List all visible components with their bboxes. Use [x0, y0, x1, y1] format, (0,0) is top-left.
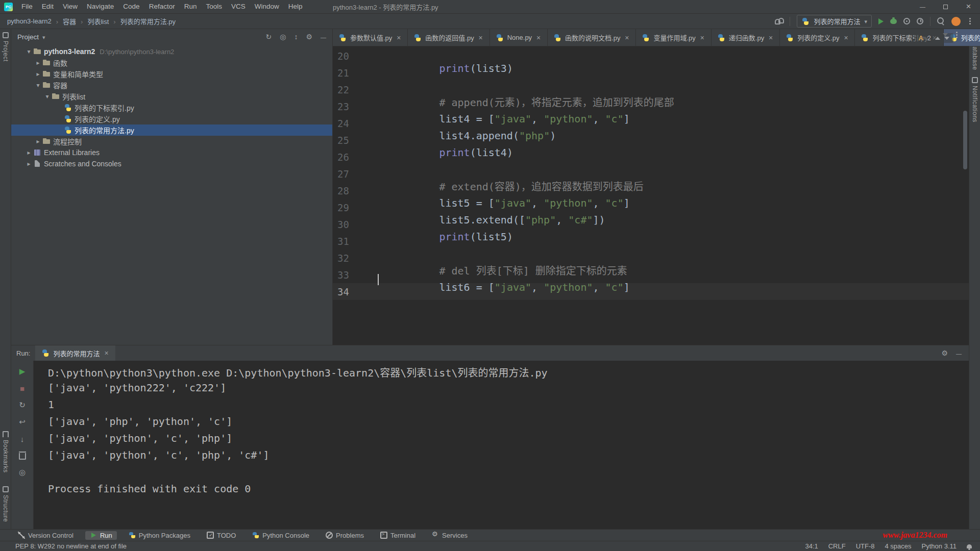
line-number[interactable]: 24	[333, 118, 378, 129]
status-message[interactable]: PEP 8: W292 no newline at end of file	[15, 542, 127, 550]
minimize-button[interactable]	[911, 0, 934, 13]
coverage-button[interactable]	[903, 18, 910, 24]
select-opened-file-icon[interactable]	[280, 33, 286, 41]
line-number[interactable]: 32	[333, 253, 378, 264]
run-config-selector[interactable]: 列表的常用方法	[797, 15, 872, 28]
tab-close-icon[interactable]	[843, 34, 849, 42]
tree-row[interactable]: 容器	[11, 80, 332, 91]
gear-icon[interactable]	[306, 33, 312, 41]
tree-row[interactable]: 列表的常用方法.py	[11, 124, 332, 136]
line-number[interactable]: 20	[333, 51, 378, 62]
gear-icon[interactable]	[941, 349, 948, 357]
structure-stripe-button[interactable]: Structure	[2, 486, 9, 522]
restore-layout-icon[interactable]	[17, 399, 28, 411]
line-number[interactable]: 29	[333, 202, 378, 213]
tree-expand-icon[interactable]	[24, 160, 33, 167]
line-number[interactable]: 30	[333, 219, 378, 230]
menu-item[interactable]: VCS	[227, 0, 250, 13]
menu-item[interactable]: Help	[284, 0, 307, 13]
tree-row[interactable]: 列表的定义.py	[11, 113, 332, 124]
line-number[interactable]: 22	[333, 84, 378, 95]
tree-expand-icon[interactable]	[24, 149, 33, 156]
tree-row[interactable]: 列表的下标索引.py	[11, 102, 332, 113]
hide-panel-icon[interactable]	[956, 349, 962, 357]
tab-close-icon[interactable]	[535, 34, 542, 42]
expand-collapse-icon[interactable]	[294, 33, 298, 41]
breadcrumb-item[interactable]: 列表list	[76, 16, 109, 26]
tree-expand-icon[interactable]	[34, 70, 42, 78]
editor-tab[interactable]: 变量作用域.py	[636, 29, 711, 46]
profiler-button[interactable]	[917, 18, 923, 24]
run-content-tab[interactable]: 列表的常用方法	[35, 345, 115, 361]
editor-more-icon[interactable]	[956, 34, 958, 36]
chevron-down-icon[interactable]	[42, 33, 45, 41]
notifications-stripe-button[interactable]: Notifications	[971, 77, 978, 122]
menu-item[interactable]: View	[58, 0, 82, 13]
tool-window-button[interactable]: Problems	[321, 531, 369, 540]
pin-icon[interactable]	[17, 467, 28, 478]
line-number[interactable]: 34	[333, 286, 378, 297]
project-stripe-button[interactable]: Project	[2, 32, 9, 62]
line-number[interactable]: 21	[333, 67, 378, 79]
menu-item[interactable]: Tools	[201, 0, 227, 13]
inspections-widget[interactable]: A 2	[914, 33, 953, 43]
code-with-me-icon[interactable]	[775, 18, 783, 24]
tree-expand-icon[interactable]	[34, 138, 42, 145]
line-number[interactable]: 27	[333, 168, 378, 180]
line-number[interactable]: 26	[333, 152, 378, 163]
status-item[interactable]: 4 spaces	[885, 542, 912, 550]
tool-window-button[interactable]: TODO	[202, 531, 240, 540]
close-button[interactable]	[957, 0, 980, 13]
tree-row[interactable]: 函数	[11, 57, 332, 68]
project-panel-title[interactable]: Project	[17, 33, 39, 41]
rerun-icon[interactable]	[17, 366, 28, 377]
tab-close-icon[interactable]	[768, 34, 774, 42]
prev-problem-icon[interactable]	[935, 37, 940, 40]
menu-item[interactable]: Run	[180, 0, 202, 13]
avatar[interactable]	[951, 17, 961, 26]
menu-item[interactable]: Navigate	[82, 0, 118, 13]
tree-row[interactable]: External Libraries	[11, 147, 332, 158]
notifications-icon[interactable]	[967, 544, 972, 548]
soft-wrap-icon[interactable]	[17, 416, 28, 428]
line-number[interactable]: 23	[333, 101, 378, 112]
scroll-from-source-icon[interactable]	[265, 33, 272, 41]
stop-icon[interactable]	[17, 383, 28, 394]
menu-item[interactable]: Code	[118, 0, 144, 13]
tool-window-button[interactable]: Python Console	[248, 531, 314, 540]
code-editor[interactable]: 20 print(list3) 21 22 # append(元素)，将指定元素…	[333, 46, 969, 345]
tool-window-button[interactable]: Services	[427, 531, 472, 540]
hide-panel-icon[interactable]	[321, 33, 326, 41]
editor-tab[interactable]: 递归函数.py	[712, 29, 780, 46]
breadcrumb-item[interactable]: 容器	[52, 16, 76, 26]
tree-row[interactable]: 变量和简单类型	[11, 68, 332, 80]
breadcrumb-item[interactable]: python3-learn2	[7, 17, 52, 25]
menu-item[interactable]: Refactor	[144, 0, 180, 13]
editor-tab[interactable]: 函数的说明文档.py	[548, 29, 636, 46]
tree-row[interactable]: Scratches and Consoles	[11, 158, 332, 169]
breadcrumb-item[interactable]: 列表的常用方法.py	[109, 16, 176, 26]
line-number[interactable]: 28	[333, 185, 378, 196]
tree-row[interactable]: python3-learn2 D:\python\python3-learn2	[11, 46, 332, 57]
tab-close-icon[interactable]	[103, 349, 109, 357]
tree-expand-icon[interactable]	[24, 48, 33, 55]
next-problem-icon[interactable]	[944, 37, 949, 40]
scroll-to-end-icon[interactable]	[17, 433, 28, 444]
tree-row[interactable]: 流程控制	[11, 136, 332, 147]
search-everywhere-icon[interactable]	[937, 17, 945, 25]
tab-close-icon[interactable]	[624, 34, 630, 42]
menu-item[interactable]: Window	[250, 0, 284, 13]
line-number[interactable]: 31	[333, 236, 378, 247]
more-options-icon[interactable]	[969, 20, 971, 22]
clear-all-icon[interactable]	[17, 450, 28, 461]
menu-item[interactable]: File	[17, 0, 37, 13]
bookmarks-stripe-button[interactable]: Bookmarks	[2, 431, 9, 473]
line-number[interactable]: 25	[333, 135, 378, 146]
tab-close-icon[interactable]	[699, 34, 705, 42]
tree-expand-icon[interactable]	[43, 93, 52, 100]
status-item[interactable]: UTF-8	[856, 542, 875, 550]
tool-window-button[interactable]: Run	[85, 531, 117, 540]
debug-button[interactable]	[890, 19, 897, 24]
editor-scrollbar[interactable]	[963, 111, 967, 169]
run-button[interactable]	[878, 18, 884, 24]
